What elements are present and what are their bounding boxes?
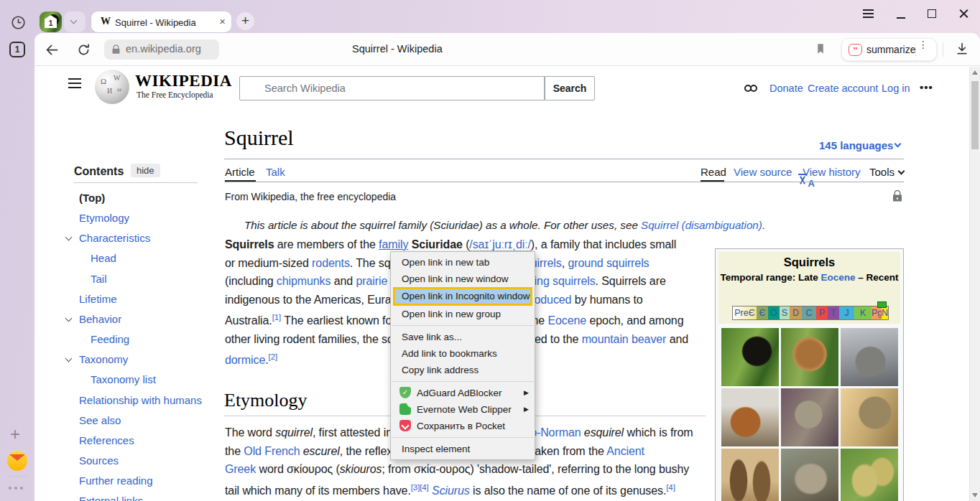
inline-link[interactable]: Old French <box>244 445 300 457</box>
geo-period-Є[interactable]: Є <box>757 306 768 319</box>
chevron-down-icon[interactable] <box>65 314 73 322</box>
inline-link[interactable]: chipmunks <box>277 275 331 287</box>
geo-period-T[interactable]: T <box>828 306 839 319</box>
menu-item-open-link-in-new-window[interactable]: Open link in new window <box>391 271 535 287</box>
sidebar-more-icon[interactable] <box>9 479 26 492</box>
tab-talk[interactable]: Talk <box>266 166 285 178</box>
tab-group-badge[interactable]: 1 <box>40 11 62 32</box>
squirrel-photo-5[interactable] <box>781 388 838 446</box>
tab-group-dropdown[interactable] <box>64 11 85 32</box>
languages-button[interactable]: 145 languages <box>819 139 893 151</box>
geo-period-N[interactable]: N <box>882 306 888 319</box>
reference-link[interactable]: [3][4] <box>411 483 429 492</box>
inline-link[interactable]: Squirrel (disambiguation) <box>641 219 762 231</box>
geo-period-K[interactable]: K <box>854 306 872 319</box>
toc-item--top-[interactable]: (Top) <box>79 192 105 204</box>
toc-item-references[interactable]: References <box>79 434 134 446</box>
eocene-link[interactable]: Eocene <box>820 272 855 283</box>
toc-item-lifetime[interactable]: Lifetime <box>79 293 117 305</box>
inline-link[interactable]: family <box>379 238 408 250</box>
summarize-button[interactable]: ” summarize ⋮ <box>841 38 937 61</box>
geo-period-O[interactable]: O <box>768 306 780 319</box>
geo-period-P[interactable]: P <box>816 306 828 319</box>
history-clock-icon[interactable] <box>11 15 26 33</box>
inline-link[interactable]: Eocene <box>547 314 586 327</box>
reference-link[interactable]: [2] <box>269 352 278 361</box>
menu-item-сохранить-в-pocket[interactable]: Сохранить в Pocket <box>391 418 535 434</box>
geo-period-D[interactable]: D <box>790 306 802 319</box>
toc-item-relationship-with-humans[interactable]: Relationship with humans <box>79 394 202 406</box>
menu-item-add-link-to-bookmarks[interactable]: Add link to bookmarks <box>391 345 535 362</box>
squirrel-photo-9[interactable] <box>841 449 898 501</box>
toc-item-sources[interactable]: Sources <box>79 454 119 467</box>
url-chip[interactable]: en.wikipedia.org <box>104 39 219 60</box>
menu-item-open-link-in-new-group[interactable]: Open link in new group <box>391 306 535 322</box>
menu-item-inspect-element[interactable]: Inspect element <box>391 441 535 457</box>
inline-link[interactable]: Ancient <box>606 445 644 457</box>
squirrel-photo-3[interactable] <box>841 328 898 386</box>
back-icon[interactable] <box>45 42 60 60</box>
donate-link[interactable]: Donate <box>769 83 803 94</box>
menu-item-copy-link-address[interactable]: Copy link address <box>391 362 535 378</box>
chevron-down-icon[interactable] <box>65 234 73 241</box>
toc-hide-button[interactable]: hide <box>131 164 160 177</box>
geo-period-C[interactable]: C <box>802 306 816 319</box>
menu-item-save-link-as-[interactable]: Save link as... <box>391 329 535 345</box>
toc-item-see-also[interactable]: See also <box>79 414 121 426</box>
view-source[interactable]: View source <box>734 166 792 178</box>
scroll-up-icon[interactable] <box>972 70 978 75</box>
browser-tab-active[interactable]: W Squirrel - Wikipedia × <box>91 11 231 32</box>
toc-item-tail[interactable]: Tail <box>91 273 107 285</box>
wikipedia-wordmark[interactable]: WIKIPEDIA <box>135 72 232 90</box>
new-tab-button[interactable]: + <box>236 12 254 30</box>
inline-link[interactable]: rodents <box>312 257 350 269</box>
inline-link[interactable]: dormice <box>225 354 265 366</box>
reference-link[interactable]: [4] <box>666 483 675 492</box>
scroll-down-icon[interactable] <box>972 493 978 497</box>
menu-item-open-link-in-incognito-window[interactable]: Open link in Incognito window <box>393 287 532 306</box>
tab-article[interactable]: Article <box>225 166 255 178</box>
reference-link[interactable]: [1] <box>272 313 282 322</box>
squirrel-photo-2[interactable] <box>781 328 838 386</box>
toc-item-head[interactable]: Head <box>91 252 116 264</box>
toc-item-feeding[interactable]: Feeding <box>91 333 129 345</box>
view-history[interactable]: View history <box>803 166 861 178</box>
squirrel-photo-4[interactable] <box>721 388 779 446</box>
tools-chevron-icon[interactable] <box>898 168 905 175</box>
login-link[interactable]: Log in <box>882 83 910 94</box>
page-scrollbar[interactable] <box>969 67 980 501</box>
header-more-icon[interactable]: ••• <box>920 81 933 93</box>
toc-item-characteristics[interactable]: Characteristics <box>79 232 150 244</box>
toc-item-behavior[interactable]: Behavior <box>79 313 121 325</box>
inline-link[interactable]: Greek <box>225 463 256 475</box>
geo-period-Pg[interactable]: Pg <box>872 306 882 319</box>
bookmark-icon[interactable] <box>814 42 827 59</box>
inline-link[interactable]: /saɪˈjuːrɪˌdiː/ <box>469 238 530 251</box>
geo-period-PreЄ[interactable]: PreЄ <box>733 306 757 319</box>
yandex-mail-icon[interactable] <box>7 451 27 471</box>
create-account-link[interactable]: Create account <box>808 83 878 94</box>
sidebar-add-icon[interactable]: + <box>10 424 20 444</box>
menu-item-adguard-adblocker[interactable]: ✓AdGuard AdBlocker▶ <box>391 385 535 401</box>
scrollbar-thumb[interactable] <box>971 81 979 149</box>
inline-link[interactable]: ground squirrels <box>568 257 649 269</box>
chevron-down-icon[interactable] <box>65 355 73 362</box>
toc-item-taxonomy[interactable]: Taxonomy <box>79 353 128 365</box>
squirrel-photo-6[interactable] <box>841 388 898 446</box>
squirrel-photo-7[interactable] <box>721 449 779 501</box>
inline-link[interactable]: Sciurus <box>432 484 470 497</box>
squirrel-photo-1[interactable] <box>721 328 779 386</box>
geo-period-J[interactable]: J <box>839 306 855 319</box>
workspace-badge[interactable]: 1 <box>9 42 25 57</box>
view-read[interactable]: Read <box>701 166 726 178</box>
toc-item-etymology[interactable]: Etymology <box>79 212 129 224</box>
squirrel-photo-8[interactable] <box>781 449 838 501</box>
toc-item-further-reading[interactable]: Further reading <box>79 474 153 487</box>
downloads-icon[interactable] <box>955 42 969 59</box>
infinity-icon[interactable] <box>744 82 757 95</box>
menu-item-evernote-web-clipper[interactable]: Evernote Web Clipper▶ <box>391 401 535 418</box>
wiki-menu-icon[interactable] <box>68 78 81 88</box>
languages-chevron-icon[interactable] <box>895 141 902 148</box>
toc-item-taxonomy-list[interactable]: Taxonomy list <box>91 373 156 385</box>
toc-item-external-links[interactable]: External links <box>79 495 143 501</box>
